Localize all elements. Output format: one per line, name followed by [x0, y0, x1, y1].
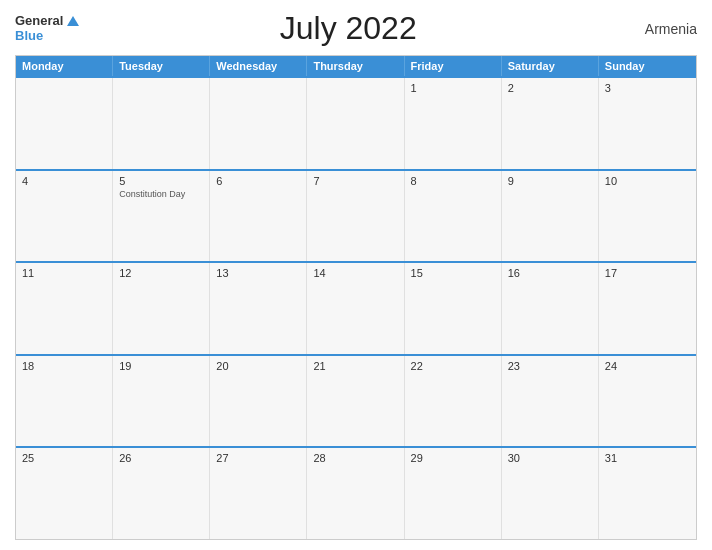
day-number: 20	[216, 360, 300, 372]
day-number: 29	[411, 452, 495, 464]
calendar-cell-4-1: 18	[16, 356, 113, 447]
calendar-cell-3-5: 15	[405, 263, 502, 354]
day-number: 22	[411, 360, 495, 372]
calendar-page: General Blue July 2022 Armenia Monday Tu…	[0, 0, 712, 550]
logo-triangle-icon	[67, 16, 79, 26]
calendar-week-3: 11121314151617	[16, 261, 696, 354]
day-number: 5	[119, 175, 203, 187]
calendar-body: 12345Constitution Day6789101112131415161…	[16, 76, 696, 539]
calendar-grid: Monday Tuesday Wednesday Thursday Friday…	[15, 55, 697, 540]
weekday-sunday: Sunday	[599, 56, 696, 76]
calendar-cell-4-6: 23	[502, 356, 599, 447]
calendar-cell-1-7: 3	[599, 78, 696, 169]
day-number: 9	[508, 175, 592, 187]
calendar-week-4: 18192021222324	[16, 354, 696, 447]
day-number: 10	[605, 175, 690, 187]
calendar-cell-2-5: 8	[405, 171, 502, 262]
day-number: 21	[313, 360, 397, 372]
calendar-cell-4-7: 24	[599, 356, 696, 447]
calendar-cell-2-6: 9	[502, 171, 599, 262]
calendar-cell-3-2: 12	[113, 263, 210, 354]
calendar-cell-2-3: 6	[210, 171, 307, 262]
logo-general-text: General	[15, 14, 63, 28]
day-number: 3	[605, 82, 690, 94]
calendar-cell-1-5: 1	[405, 78, 502, 169]
day-number: 16	[508, 267, 592, 279]
logo: General Blue	[15, 14, 79, 43]
weekday-monday: Monday	[16, 56, 113, 76]
day-number: 25	[22, 452, 106, 464]
day-number: 15	[411, 267, 495, 279]
calendar-cell-5-4: 28	[307, 448, 404, 539]
day-number: 28	[313, 452, 397, 464]
day-number: 12	[119, 267, 203, 279]
calendar-cell-4-5: 22	[405, 356, 502, 447]
day-number: 4	[22, 175, 106, 187]
page-header: General Blue July 2022 Armenia	[15, 10, 697, 47]
day-number: 11	[22, 267, 106, 279]
day-number: 6	[216, 175, 300, 187]
calendar-cell-1-4	[307, 78, 404, 169]
calendar-cell-3-3: 13	[210, 263, 307, 354]
calendar-cell-3-6: 16	[502, 263, 599, 354]
calendar-cell-5-2: 26	[113, 448, 210, 539]
calendar-cell-1-1	[16, 78, 113, 169]
day-number: 7	[313, 175, 397, 187]
day-number: 18	[22, 360, 106, 372]
day-number: 26	[119, 452, 203, 464]
day-number: 14	[313, 267, 397, 279]
day-number: 27	[216, 452, 300, 464]
calendar-cell-2-1: 4	[16, 171, 113, 262]
holiday-label: Constitution Day	[119, 189, 203, 200]
day-number: 17	[605, 267, 690, 279]
weekday-wednesday: Wednesday	[210, 56, 307, 76]
calendar-cell-2-4: 7	[307, 171, 404, 262]
calendar-cell-4-2: 19	[113, 356, 210, 447]
calendar-week-1: 123	[16, 76, 696, 169]
calendar-cell-5-6: 30	[502, 448, 599, 539]
calendar-cell-1-6: 2	[502, 78, 599, 169]
weekday-tuesday: Tuesday	[113, 56, 210, 76]
calendar-cell-5-7: 31	[599, 448, 696, 539]
weekday-saturday: Saturday	[502, 56, 599, 76]
calendar-header: Monday Tuesday Wednesday Thursday Friday…	[16, 56, 696, 76]
calendar-cell-2-7: 10	[599, 171, 696, 262]
calendar-cell-2-2: 5Constitution Day	[113, 171, 210, 262]
calendar-cell-3-7: 17	[599, 263, 696, 354]
day-number: 24	[605, 360, 690, 372]
calendar-cell-5-3: 27	[210, 448, 307, 539]
day-number: 23	[508, 360, 592, 372]
page-title: July 2022	[79, 10, 617, 47]
calendar-week-2: 45Constitution Day678910	[16, 169, 696, 262]
weekday-friday: Friday	[405, 56, 502, 76]
calendar-cell-1-2	[113, 78, 210, 169]
day-number: 31	[605, 452, 690, 464]
day-number: 30	[508, 452, 592, 464]
calendar-cell-3-1: 11	[16, 263, 113, 354]
calendar-cell-3-4: 14	[307, 263, 404, 354]
calendar-cell-5-5: 29	[405, 448, 502, 539]
day-number: 1	[411, 82, 495, 94]
calendar-cell-1-3	[210, 78, 307, 169]
country-label: Armenia	[617, 21, 697, 37]
day-number: 13	[216, 267, 300, 279]
calendar-week-5: 25262728293031	[16, 446, 696, 539]
calendar-cell-4-3: 20	[210, 356, 307, 447]
calendar-cell-4-4: 21	[307, 356, 404, 447]
day-number: 8	[411, 175, 495, 187]
day-number: 19	[119, 360, 203, 372]
logo-blue-text: Blue	[15, 28, 43, 43]
day-number: 2	[508, 82, 592, 94]
calendar-cell-5-1: 25	[16, 448, 113, 539]
weekday-thursday: Thursday	[307, 56, 404, 76]
